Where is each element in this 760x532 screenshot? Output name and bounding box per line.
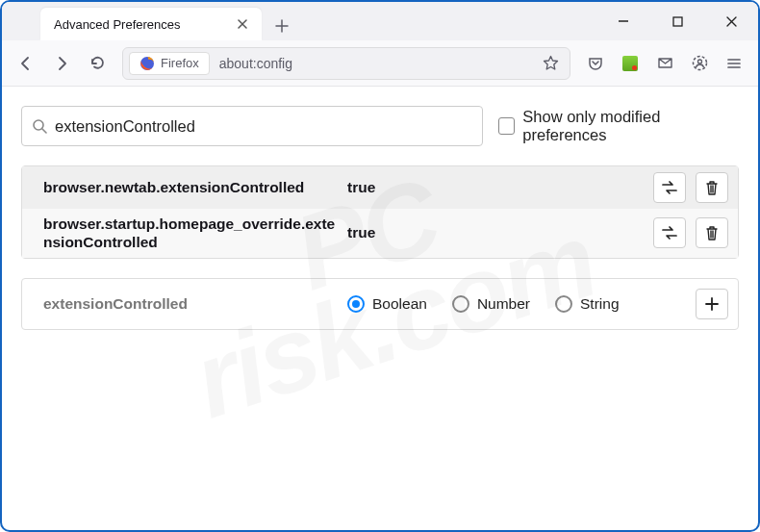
radio-icon xyxy=(347,295,365,313)
preference-name: browser.newtab.extensionControlled xyxy=(43,178,342,196)
type-radio-group: Boolean Number String xyxy=(347,295,686,313)
preference-row: browser.startup.homepage_override.extens… xyxy=(22,209,738,258)
tab-title: Advanced Preferences xyxy=(54,17,225,32)
reload-button[interactable] xyxy=(81,47,114,80)
app-menu-button[interactable] xyxy=(718,47,750,80)
radio-number[interactable]: Number xyxy=(452,295,530,313)
toolbar-right-icons xyxy=(579,47,750,80)
minimize-button[interactable] xyxy=(604,6,643,37)
delete-button[interactable] xyxy=(696,172,728,203)
svg-point-3 xyxy=(697,60,701,63)
preference-search-box[interactable] xyxy=(21,106,483,146)
add-button[interactable] xyxy=(696,289,728,319)
url-bar[interactable]: Firefox about:config xyxy=(122,47,570,80)
add-preference-row: extensionControlled Boolean Number Strin… xyxy=(21,278,739,330)
account-icon[interactable] xyxy=(683,47,716,80)
page-content: Show only modified preferences browser.n… xyxy=(2,87,758,330)
identity-box[interactable]: Firefox xyxy=(129,52,210,75)
search-row: Show only modified preferences xyxy=(21,106,739,146)
delete-button[interactable] xyxy=(696,217,728,248)
mail-icon[interactable] xyxy=(648,47,681,80)
close-tab-icon[interactable] xyxy=(233,14,252,34)
titlebar: Advanced Preferences xyxy=(2,2,758,40)
toggle-button[interactable] xyxy=(653,172,686,203)
pocket-icon[interactable] xyxy=(579,47,612,80)
search-icon xyxy=(32,118,47,134)
close-window-button[interactable] xyxy=(712,6,750,37)
forward-button[interactable] xyxy=(45,47,78,80)
window-controls xyxy=(604,2,750,40)
extension-icon[interactable] xyxy=(614,47,646,80)
radio-label: Number xyxy=(477,295,530,313)
radio-icon xyxy=(452,295,469,313)
show-modified-checkbox[interactable] xyxy=(498,117,515,135)
preference-row: browser.newtab.extensionControlled true xyxy=(22,166,738,209)
svg-rect-0 xyxy=(673,17,682,26)
show-modified-label: Show only modified preferences xyxy=(522,108,739,144)
preference-list: browser.newtab.extensionControlled true … xyxy=(21,165,739,259)
toggle-button[interactable] xyxy=(653,217,686,248)
back-button[interactable] xyxy=(10,47,42,80)
maximize-button[interactable] xyxy=(658,6,697,37)
preference-value: true xyxy=(347,224,644,241)
search-input[interactable] xyxy=(55,117,472,136)
bookmark-star-icon[interactable] xyxy=(537,50,564,77)
preference-value: true xyxy=(347,179,644,196)
identity-label: Firefox xyxy=(161,56,199,70)
radio-string[interactable]: String xyxy=(555,295,620,313)
address-text[interactable]: about:config xyxy=(214,56,533,71)
radio-label: String xyxy=(580,295,620,313)
new-preference-name: extensionControlled xyxy=(43,295,342,313)
browser-tab[interactable]: Advanced Preferences xyxy=(40,8,262,40)
new-tab-button[interactable] xyxy=(267,12,296,40)
firefox-logo-icon xyxy=(139,56,155,71)
show-modified-checkbox-row[interactable]: Show only modified preferences xyxy=(498,108,739,144)
navigation-toolbar: Firefox about:config xyxy=(2,40,758,87)
radio-icon xyxy=(555,295,572,313)
radio-label: Boolean xyxy=(372,295,427,313)
preference-name: browser.startup.homepage_override.extens… xyxy=(43,215,342,252)
radio-boolean[interactable]: Boolean xyxy=(347,295,427,313)
